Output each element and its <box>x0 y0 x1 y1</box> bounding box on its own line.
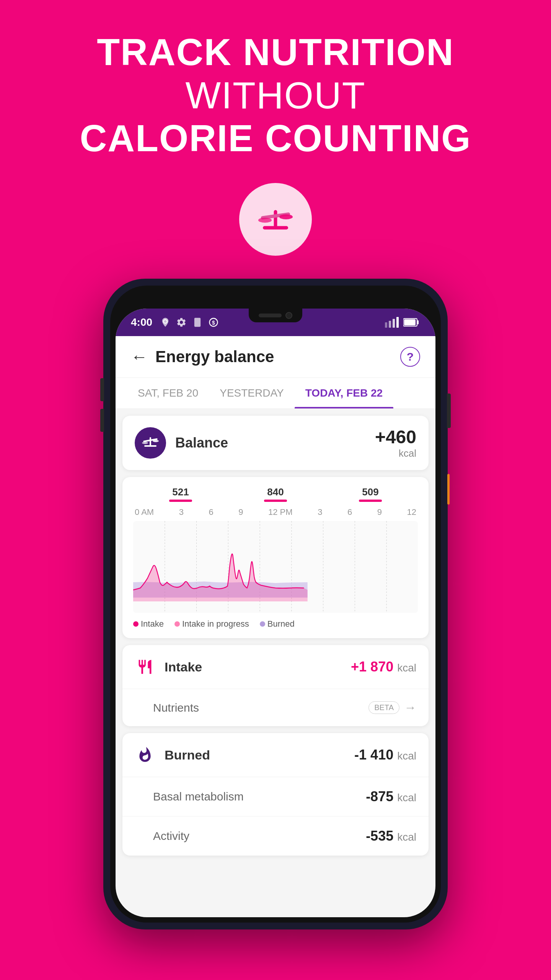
chart-marker-840: 840 <box>264 486 287 503</box>
balance-value: +460 kcal <box>375 426 416 459</box>
chart-x-axis: 0 AM 3 6 9 12 PM 3 6 9 12 <box>133 507 418 517</box>
legend-intake-progress: Intake in progress <box>174 619 249 629</box>
basal-label: Basal metabolism <box>153 790 366 803</box>
app-header: ← Energy balance ? <box>116 336 435 378</box>
help-button[interactable]: ? <box>400 347 420 367</box>
sim-icon <box>192 317 203 328</box>
legend-dot-burned <box>260 621 265 627</box>
basal-row: Basal metabolism -875 kcal <box>122 777 429 817</box>
burned-label: Burned <box>165 748 354 763</box>
balance-unit: kcal <box>375 448 416 459</box>
svg-rect-6 <box>194 318 201 327</box>
signal-icon <box>385 317 399 328</box>
logo-circle <box>239 183 312 256</box>
svg-rect-14 <box>417 320 419 324</box>
legend-dot-intake-progress <box>174 621 180 627</box>
burned-value: -1 410 kcal <box>354 747 416 763</box>
basal-value: -875 kcal <box>366 789 416 805</box>
balance-icon <box>135 427 166 459</box>
activity-label: Activity <box>153 830 366 843</box>
hero-line2: CALORIE COUNTING <box>80 117 471 159</box>
intake-row[interactable]: Intake +1 870 kcal <box>122 645 429 689</box>
svg-point-4 <box>279 214 293 219</box>
svg-rect-9 <box>385 322 387 328</box>
intake-value: +1 870 kcal <box>351 659 416 675</box>
burned-icon <box>135 745 155 765</box>
beta-badge: BETA <box>368 701 399 714</box>
svg-point-19 <box>142 442 148 444</box>
svg-point-3 <box>258 218 272 223</box>
page-title: Energy balance <box>155 348 400 366</box>
chart-legend: Intake Intake in progress Burned <box>133 619 418 629</box>
svg-rect-10 <box>389 321 391 328</box>
svg-text:$: $ <box>212 320 215 326</box>
intake-label: Intake <box>165 660 351 675</box>
svg-rect-0 <box>274 210 277 228</box>
tab-yesterday[interactable]: YESTERDAY <box>209 378 295 408</box>
legend-dot-intake <box>133 621 139 627</box>
chart-marker-521: 521 <box>169 486 192 503</box>
activity-value: -535 kcal <box>366 828 416 844</box>
wallet-icon: $ <box>208 317 219 328</box>
burned-section: Burned -1 410 kcal Basal metabolism -875… <box>122 733 429 856</box>
tab-sat-feb20[interactable]: SAT, FEB 20 <box>127 378 209 408</box>
svg-rect-12 <box>396 317 399 328</box>
balance-card: Balance +460 kcal <box>122 416 429 470</box>
legend-burned: Burned <box>260 619 295 629</box>
scale-icon <box>254 198 297 240</box>
activity-row: Activity -535 kcal <box>122 817 429 856</box>
legend-intake: Intake <box>133 619 164 629</box>
chart-card: 521 840 509 0 AM <box>122 477 429 638</box>
nutrients-label: Nutrients <box>153 701 368 714</box>
back-button[interactable]: ← <box>131 347 148 366</box>
battery-icon <box>403 317 420 328</box>
nutrients-row[interactable]: Nutrients BETA → <box>122 689 429 726</box>
svg-rect-15 <box>404 319 416 325</box>
svg-rect-16 <box>150 437 151 446</box>
burned-row[interactable]: Burned -1 410 kcal <box>122 733 429 777</box>
tab-today-feb22[interactable]: TODAY, FEB 22 <box>295 378 393 408</box>
chart-marker-509: 509 <box>359 486 382 503</box>
chart-markers: 521 840 509 <box>133 486 418 503</box>
settings-icon <box>176 317 187 328</box>
status-time: 4:00 <box>131 316 152 328</box>
nutrients-arrow[interactable]: → <box>404 701 416 715</box>
intake-section: Intake +1 870 kcal Nutrients BETA → <box>122 645 429 726</box>
status-bar-icons <box>385 317 420 328</box>
status-icons-left: $ <box>160 317 219 328</box>
hero-text: TRACK NUTRITION WITHOUT CALORIE COUNTING <box>0 31 551 160</box>
chart-svg <box>133 521 418 613</box>
balance-number: +460 <box>375 427 416 447</box>
balance-label: Balance <box>175 435 375 451</box>
svg-rect-17 <box>144 445 156 447</box>
chart-area <box>133 521 418 613</box>
svg-rect-11 <box>393 319 395 328</box>
tab-bar: SAT, FEB 20 YESTERDAY TODAY, FEB 22 <box>116 378 435 409</box>
svg-rect-1 <box>263 226 288 230</box>
phone-mockup: 4:00 $ <box>103 279 448 929</box>
svg-point-20 <box>153 440 159 442</box>
intake-icon <box>135 657 155 677</box>
hero-line1-bold: TRACK NUTRITION <box>97 31 454 73</box>
location-icon <box>160 317 171 328</box>
hero-line1-normal: WITHOUT <box>185 74 365 116</box>
